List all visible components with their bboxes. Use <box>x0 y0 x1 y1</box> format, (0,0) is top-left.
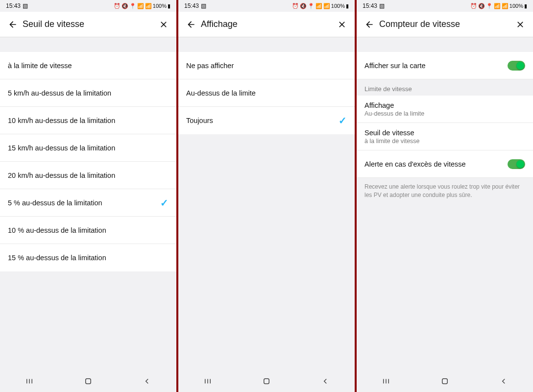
list-item[interactable]: 20 km/h au-dessus de la limitation <box>0 162 176 189</box>
row-value: à la limite de vitesse <box>364 138 420 145</box>
status-bar: 15:43 ▧ ⏰ 🔇 📍 📶 📶 100% ▮ <box>357 0 533 12</box>
close-button[interactable] <box>335 20 349 29</box>
wifi-icon: 📶 <box>494 3 501 9</box>
svg-rect-0 <box>86 379 91 384</box>
status-bar: 15:43 ▧ ⏰ 🔇 📍 📶 📶 100% ▮ <box>0 0 176 12</box>
mute-icon: 🔇 <box>300 3 307 9</box>
page-title: Compteur de vitesse <box>379 19 513 29</box>
close-icon <box>159 20 169 29</box>
nav-home[interactable] <box>78 377 98 386</box>
close-icon <box>515 20 525 29</box>
location-icon: 📍 <box>129 3 136 9</box>
check-icon: ✓ <box>160 197 169 209</box>
battery-pct: 100% <box>509 3 523 9</box>
nav-home[interactable] <box>257 377 276 386</box>
list-item[interactable]: 5 km/h au-dessus de la limitation <box>0 79 176 107</box>
arrow-left-icon <box>186 20 196 29</box>
image-icon: ▧ <box>201 2 206 9</box>
nav-recent[interactable] <box>376 377 396 386</box>
image-icon: ▧ <box>379 2 385 9</box>
option-label: Toujours <box>186 117 213 124</box>
nav-bar <box>357 370 533 392</box>
list-item[interactable]: Au-dessus de la limite <box>178 79 355 107</box>
wifi-icon: 📶 <box>315 3 322 9</box>
list-item[interactable]: Ne pas afficher <box>178 52 355 79</box>
arrow-left-icon <box>8 20 18 29</box>
row-affichage[interactable]: Affichage Au-dessus de la limite <box>357 96 533 123</box>
content: Afficher sur la carte Limite de vitesse … <box>357 37 533 370</box>
option-label: 5 km/h au-dessus de la limitation <box>8 89 111 97</box>
nav-recent[interactable] <box>198 377 218 386</box>
svg-rect-2 <box>442 379 448 384</box>
status-bar: 15:43 ▧ ⏰ 🔇 📍 📶 📶 100% ▮ <box>178 0 355 12</box>
list-item[interactable]: Toujours✓ <box>178 107 355 134</box>
close-icon <box>337 20 347 29</box>
nav-recent[interactable] <box>20 377 39 386</box>
row-alerte[interactable]: Alerte en cas d'excès de vitesse <box>357 150 533 178</box>
nav-back[interactable] <box>315 377 335 386</box>
panel-affichage: 15:43 ▧ ⏰ 🔇 📍 📶 📶 100% ▮ Affichage Ne pa… <box>178 0 355 392</box>
section-header: Limite de vitesse <box>357 79 533 96</box>
nav-bar <box>178 370 355 392</box>
option-label: Au-dessus de la limite <box>186 89 256 97</box>
app-bar: Compteur de vitesse <box>357 12 533 37</box>
list-item[interactable]: 15 km/h au-dessus de la limitation <box>0 134 176 162</box>
app-bar: Affichage <box>178 12 355 37</box>
list-item[interactable]: à la limite de vitesse <box>0 52 176 79</box>
options-list: Ne pas afficherAu-dessus de la limiteTou… <box>178 52 355 134</box>
page-title: Affichage <box>201 19 335 29</box>
list-item[interactable]: 5 % au-dessus de la limitation✓ <box>0 189 176 217</box>
back-button[interactable] <box>363 20 376 29</box>
app-bar: Seuil de vitesse <box>0 12 176 37</box>
option-label: à la limite de vitesse <box>8 62 72 70</box>
toggle-alerte[interactable] <box>508 159 525 169</box>
back-button[interactable] <box>6 20 20 29</box>
toggle-show-on-map[interactable] <box>508 61 525 71</box>
row-label: Alerte en cas d'excès de vitesse <box>364 160 466 168</box>
row-label: Seuil de vitesse <box>364 129 420 137</box>
panel-compteur: 15:43 ▧ ⏰ 🔇 📍 📶 📶 100% ▮ Compteur de vit… <box>357 0 533 392</box>
location-icon: 📍 <box>486 3 493 9</box>
nav-back[interactable] <box>137 377 157 386</box>
panel-seuil: 15:43 ▧ ⏰ 🔇 📍 📶 📶 100% ▮ Seuil de vitess… <box>0 0 176 392</box>
battery-icon: ▮ <box>346 3 349 9</box>
nav-back[interactable] <box>494 377 513 386</box>
image-icon: ▧ <box>23 2 28 9</box>
list-item[interactable]: 10 km/h au-dessus de la limitation <box>0 107 176 134</box>
nav-bar <box>0 370 176 392</box>
spacer <box>357 37 533 52</box>
arrow-left-icon <box>364 20 374 29</box>
spacer <box>0 37 176 52</box>
signal-icon: 📶 <box>502 3 509 9</box>
location-icon: 📍 <box>308 3 315 9</box>
row-value: Au-dessus de la limite <box>364 110 424 117</box>
mute-icon: 🔇 <box>121 3 128 9</box>
wifi-icon: 📶 <box>137 3 144 9</box>
page-title: Seuil de vitesse <box>23 19 157 29</box>
option-label: 10 km/h au-dessus de la limitation <box>8 117 115 124</box>
option-label: 10 % au-dessus de la limitation <box>8 226 106 234</box>
battery-icon: ▮ <box>168 3 170 9</box>
option-label: 15 % au-dessus de la limitation <box>8 254 106 262</box>
spacer <box>178 37 355 52</box>
row-seuil[interactable]: Seuil de vitesse à la limite de vitesse <box>357 123 533 150</box>
note-text: Recevez une alerte lorsque vous roulez t… <box>357 178 533 204</box>
close-button[interactable] <box>513 20 527 29</box>
content: Ne pas afficherAu-dessus de la limiteTou… <box>178 37 355 370</box>
alarm-icon: ⏰ <box>292 3 299 9</box>
status-time: 15:43 <box>184 2 199 9</box>
signal-icon: 📶 <box>145 3 152 9</box>
list-item[interactable]: 15 % au-dessus de la limitation <box>0 244 176 271</box>
row-label: Afficher sur la carte <box>364 62 426 70</box>
row-label: Affichage <box>364 101 424 109</box>
nav-home[interactable] <box>435 377 455 386</box>
option-label: 15 km/h au-dessus de la limitation <box>8 144 115 152</box>
option-label: 5 % au-dessus de la limitation <box>8 199 102 207</box>
mute-icon: 🔇 <box>478 3 485 9</box>
list-item[interactable]: 10 % au-dessus de la limitation <box>0 217 176 244</box>
status-time: 15:43 <box>363 2 377 9</box>
back-button[interactable] <box>184 20 198 29</box>
close-button[interactable] <box>157 20 170 29</box>
row-show-on-map[interactable]: Afficher sur la carte <box>357 52 533 79</box>
status-time: 15:43 <box>6 2 21 9</box>
